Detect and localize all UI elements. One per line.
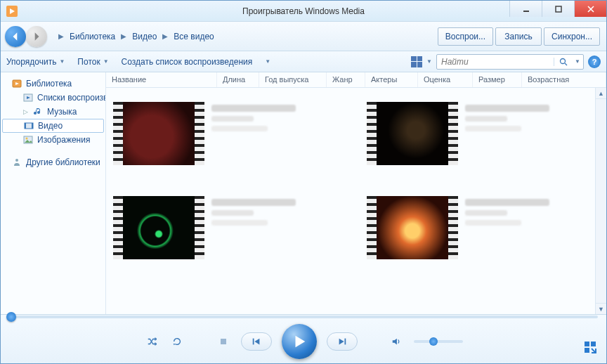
play-button[interactable] bbox=[282, 324, 317, 359]
list-item[interactable] bbox=[367, 196, 599, 280]
pictures-icon bbox=[23, 135, 33, 145]
video-meta bbox=[211, 196, 296, 226]
next-button[interactable] bbox=[327, 332, 358, 351]
organize-menu[interactable]: Упорядочить▼ bbox=[6, 57, 65, 67]
search-dropdown-icon[interactable]: ▼ bbox=[572, 58, 583, 65]
video-meta bbox=[465, 196, 549, 226]
mode-tabs: Воспрои... Запись Синхрон... bbox=[438, 27, 600, 46]
svg-line-4 bbox=[565, 63, 567, 65]
maximize-button[interactable] bbox=[542, 1, 574, 17]
shuffle-button[interactable] bbox=[144, 334, 159, 349]
switch-to-now-playing-button[interactable] bbox=[584, 341, 596, 353]
tab-burn[interactable]: Запись bbox=[495, 27, 542, 46]
search-box[interactable]: ▼ bbox=[436, 54, 584, 70]
toolbar: Упорядочить▼ Поток▼ Создать список воспр… bbox=[1, 51, 606, 72]
stop-button[interactable] bbox=[216, 334, 231, 349]
titlebar: Проигрыватель Windows Media bbox=[1, 1, 606, 22]
body: Библиотека Списки воспроизве ▷ Музыка В bbox=[1, 72, 606, 314]
col-year[interactable]: Год выпуска bbox=[259, 72, 327, 87]
col-size[interactable]: Размер bbox=[473, 72, 522, 87]
window-title: Проигрыватель Windows Media bbox=[242, 6, 365, 16]
svg-marker-17 bbox=[254, 339, 259, 345]
forward-button[interactable] bbox=[26, 26, 47, 47]
col-name[interactable]: Название bbox=[106, 72, 217, 87]
sidebar: Библиотека Списки воспроизве ▷ Музыка В bbox=[1, 72, 106, 314]
svg-point-13 bbox=[26, 138, 28, 140]
repeat-button[interactable] bbox=[169, 334, 185, 349]
video-grid: ▲ ▼ bbox=[106, 88, 606, 314]
svg-marker-18 bbox=[296, 336, 306, 348]
other-libs-icon bbox=[12, 157, 22, 167]
app-icon bbox=[6, 6, 18, 17]
video-meta bbox=[465, 102, 549, 131]
crumb-video[interactable]: Видео bbox=[132, 32, 157, 41]
library-icon bbox=[12, 79, 22, 89]
col-age-rating[interactable]: Возрастная bbox=[522, 72, 606, 87]
sidebar-item-music[interactable]: ▷ Музыка bbox=[1, 105, 105, 119]
list-item[interactable] bbox=[113, 196, 346, 280]
svg-rect-20 bbox=[345, 339, 346, 345]
expand-icon[interactable]: ▷ bbox=[23, 108, 29, 115]
nav-bar: ▶ Библиотека ▶ Видео ▶ Все видео Воспрои… bbox=[1, 22, 606, 51]
video-thumbnail bbox=[367, 196, 458, 259]
volume-slider[interactable] bbox=[414, 340, 463, 343]
window-controls bbox=[509, 1, 606, 17]
sidebar-item-other-libraries[interactable]: Другие библиотеки bbox=[1, 155, 105, 169]
svg-marker-0 bbox=[10, 8, 15, 14]
search-input[interactable] bbox=[437, 57, 554, 67]
video-thumbnail bbox=[113, 196, 204, 259]
crumb-all-video[interactable]: Все видео bbox=[174, 32, 214, 41]
music-icon bbox=[33, 107, 43, 117]
breadcrumb: ▶ Библиотека ▶ Видео ▶ Все видео bbox=[54, 32, 214, 41]
playback-controls bbox=[1, 324, 606, 359]
list-item[interactable] bbox=[367, 102, 599, 186]
scroll-down-icon[interactable]: ▼ bbox=[596, 303, 606, 314]
view-mode-dropdown-icon[interactable]: ▼ bbox=[426, 58, 432, 65]
svg-rect-1 bbox=[523, 11, 529, 12]
video-thumbnail bbox=[367, 102, 458, 165]
create-playlist-menu[interactable]: Создать список воспроизведения ▼ bbox=[122, 57, 271, 67]
seek-thumb[interactable] bbox=[6, 312, 16, 322]
list-item[interactable] bbox=[113, 102, 346, 186]
wmp-window: Проигрыватель Windows Media ▶ Библиотека… bbox=[0, 0, 607, 364]
video-icon bbox=[24, 121, 34, 131]
mute-button[interactable] bbox=[389, 334, 404, 349]
search-icon[interactable] bbox=[554, 58, 572, 66]
scroll-up-icon[interactable]: ▲ bbox=[596, 88, 606, 99]
crumb-library[interactable]: Библиотека bbox=[70, 32, 115, 41]
sidebar-item-pictures[interactable]: Изображения bbox=[1, 133, 105, 147]
svg-rect-15 bbox=[221, 339, 226, 344]
svg-rect-23 bbox=[591, 342, 596, 346]
column-headers: Название Длина Год выпуска Жанр Актеры О… bbox=[106, 72, 606, 88]
playlist-icon bbox=[23, 93, 33, 103]
svg-rect-10 bbox=[25, 123, 26, 129]
svg-rect-22 bbox=[585, 342, 589, 346]
svg-rect-11 bbox=[32, 123, 33, 129]
sidebar-item-playlists[interactable]: Списки воспроизве bbox=[1, 91, 105, 105]
svg-marker-19 bbox=[339, 339, 344, 345]
col-genre[interactable]: Жанр bbox=[327, 72, 365, 87]
col-rating[interactable]: Оценка bbox=[418, 72, 473, 87]
back-button[interactable] bbox=[5, 26, 26, 47]
col-length[interactable]: Длина bbox=[217, 72, 259, 87]
seek-slider[interactable] bbox=[9, 315, 598, 319]
vertical-scrollbar[interactable]: ▲ ▼ bbox=[595, 88, 606, 314]
sidebar-item-library[interactable]: Библиотека bbox=[1, 77, 105, 91]
previous-button[interactable] bbox=[241, 332, 272, 351]
view-mode-button[interactable] bbox=[411, 56, 422, 67]
close-button[interactable] bbox=[574, 1, 606, 17]
help-button[interactable]: ? bbox=[588, 56, 601, 68]
minimize-button[interactable] bbox=[509, 1, 542, 17]
stream-menu[interactable]: Поток▼ bbox=[77, 57, 108, 67]
svg-rect-24 bbox=[585, 348, 589, 353]
svg-marker-21 bbox=[393, 339, 397, 345]
volume-thumb[interactable] bbox=[429, 337, 438, 346]
sidebar-item-video[interactable]: Видео bbox=[2, 119, 104, 133]
video-meta bbox=[211, 102, 296, 131]
svg-rect-2 bbox=[556, 6, 561, 12]
main-pane: Название Длина Год выпуска Жанр Актеры О… bbox=[106, 72, 606, 314]
tab-play[interactable]: Воспрои... bbox=[438, 27, 493, 46]
player-bar bbox=[1, 314, 606, 363]
col-actors[interactable]: Актеры bbox=[365, 72, 418, 87]
tab-sync[interactable]: Синхрон... bbox=[544, 27, 600, 46]
